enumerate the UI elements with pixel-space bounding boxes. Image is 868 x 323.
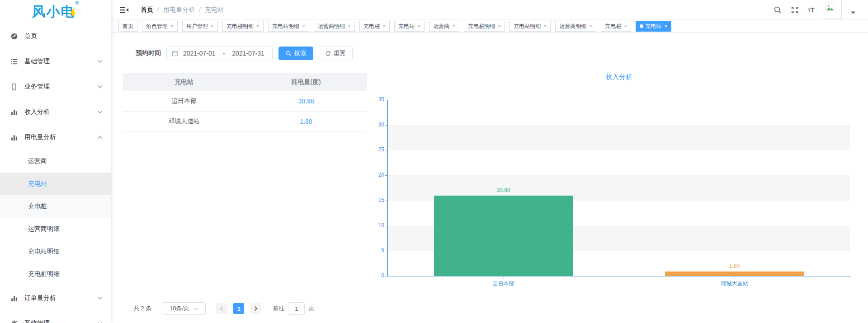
bar-zhuiri-headquarters <box>434 196 573 276</box>
tab-5[interactable]: 运营商明细× <box>314 21 355 32</box>
sidebar-item-power-usage-analysis[interactable]: 用电量分析 <box>0 125 111 150</box>
sidebar-item-operator[interactable]: 运营商 <box>0 150 111 173</box>
tab-10[interactable]: 充电站明细× <box>509 21 551 32</box>
sidebar-item-label: 收入分析 <box>24 108 50 116</box>
chevron-down-icon <box>194 307 198 310</box>
y-axis-tick <box>385 276 387 276</box>
tab-11[interactable]: 运营商明细× <box>555 21 596 32</box>
tab-13-active[interactable]: 充电站× <box>636 21 671 32</box>
prev-page-button[interactable] <box>216 303 227 314</box>
app-window: 风小电® 首页基础管理业务管理收入分析用电量分析运营商充电站充电桩运营商明细充电… <box>0 0 868 323</box>
sidebar-item-system-mgmt[interactable]: 系统管理 <box>0 311 111 323</box>
tab-label: 用户管理 <box>186 23 208 30</box>
breadcrumb: 首页 / 用电量分析 / 充电站 <box>141 6 224 14</box>
station-cell: 邓城大道站 <box>123 117 245 126</box>
y-axis-tick <box>385 175 387 176</box>
page-unit-label: 页 <box>308 304 314 313</box>
sidebar-item-charging-pile-detail[interactable]: 充电桩明细 <box>0 263 111 286</box>
font-size-icon[interactable]: TT <box>808 6 815 14</box>
tab-3[interactable]: 充电桩明细× <box>222 21 264 32</box>
date-range-input[interactable]: 2021-07-01 - 2021-07-31 <box>166 47 273 60</box>
x-axis-category-label: 邓城大道站 <box>721 280 748 288</box>
tab-7[interactable]: 充电站× <box>394 21 425 32</box>
tab-9[interactable]: 充电桩明细× <box>464 21 505 32</box>
tab-label: 充电站 <box>398 23 415 30</box>
goto-label: 前往 <box>273 304 284 313</box>
chevron-right-icon <box>254 306 258 311</box>
y-axis-tick <box>385 226 387 226</box>
fullscreen-icon[interactable] <box>791 6 799 14</box>
tab-label: 充电站明细 <box>272 23 299 30</box>
sidebar-fold-icon[interactable] <box>120 6 129 14</box>
caret-down-icon[interactable] <box>851 11 855 14</box>
tab-12[interactable]: 充电桩× <box>601 21 631 32</box>
tab-6[interactable]: 充电桩× <box>359 21 390 32</box>
page-number-1[interactable]: 1 <box>233 303 244 314</box>
app-logo[interactable]: 风小电® <box>0 0 111 23</box>
bar-chart-icon <box>10 108 18 116</box>
sidebar-item-home[interactable]: 首页 <box>0 23 111 49</box>
consumption-value-link[interactable]: 1.80 <box>245 118 367 125</box>
avatar[interactable] <box>824 1 842 19</box>
sidebar-item-charging-station-detail[interactable]: 充电站明细 <box>0 240 111 263</box>
tab-close-icon[interactable]: × <box>211 23 214 29</box>
sidebar-item-order-volume-analysis[interactable]: 订单量分析 <box>0 286 111 311</box>
page-size-select[interactable]: 10条/页 <box>162 302 206 315</box>
tab-close-icon[interactable]: × <box>664 23 667 29</box>
y-axis-tick-label: 35 <box>371 96 384 103</box>
tab-close-icon[interactable]: × <box>543 23 547 29</box>
tab-4[interactable]: 充电站明细× <box>268 21 309 32</box>
breadcrumb-section: 用电量分析 <box>163 6 195 14</box>
x-axis-category-label: 追日本部 <box>493 280 514 288</box>
chevron-down-icon <box>97 296 103 300</box>
tab-label: 充电站明细 <box>514 23 541 30</box>
bar-chart-icon <box>10 294 18 302</box>
tab-close-icon[interactable]: × <box>452 23 455 29</box>
total-count-label: 共 2 条 <box>133 304 151 313</box>
tab-close-icon[interactable]: × <box>170 23 174 29</box>
filter-label: 预约时间 <box>136 49 161 57</box>
bar-value-label: 30.98 <box>496 187 510 193</box>
y-axis-tick <box>385 100 387 100</box>
sidebar-item-operator-detail[interactable]: 运营商明细 <box>0 218 111 240</box>
tab-close-icon[interactable]: × <box>302 23 305 29</box>
tab-label: 运营商 <box>433 23 449 30</box>
sidebar-item-business-mgmt[interactable]: 业务管理 <box>0 74 111 99</box>
sidebar-item-label: 首页 <box>24 32 37 40</box>
next-page-button[interactable] <box>250 303 261 314</box>
broken-image-icon <box>826 3 835 12</box>
tab-close-icon[interactable]: × <box>589 23 592 29</box>
tab-close-icon[interactable]: × <box>348 23 351 29</box>
tab-close-icon[interactable]: × <box>382 23 386 29</box>
search-icon[interactable] <box>774 6 782 14</box>
sidebar-item-charging-pile[interactable]: 充电桩 <box>0 195 111 218</box>
reset-button[interactable]: 重置 <box>318 47 353 60</box>
logo-text: 风小电 <box>32 4 75 19</box>
column-header-station: 充电站 <box>123 78 245 86</box>
goto-page-input[interactable] <box>288 302 305 315</box>
refresh-icon <box>325 51 331 56</box>
tab-close-icon[interactable]: × <box>256 23 259 29</box>
grid-band <box>388 125 850 150</box>
bar-value-label: 1.80 <box>729 263 740 269</box>
tab-close-icon[interactable]: × <box>417 23 420 29</box>
tab-0[interactable]: 首页 <box>118 21 137 32</box>
active-tab-dot-icon <box>640 24 643 28</box>
breadcrumb-home[interactable]: 首页 <box>141 6 153 14</box>
tab-2[interactable]: 用户管理× <box>182 21 218 32</box>
date-separator: - <box>223 50 225 57</box>
x-axis-tick <box>504 276 504 279</box>
sidebar-item-basic-mgmt[interactable]: 基础管理 <box>0 49 111 74</box>
consumption-table: 充电站 耗电量(度) 追日本部30.98邓城大道站1.80 <box>123 73 367 132</box>
tab-close-icon[interactable]: × <box>498 23 501 29</box>
sidebar-item-charging-station[interactable]: 充电站 <box>0 173 111 195</box>
y-axis-tick-label: 25 <box>371 146 384 153</box>
tab-8[interactable]: 运营商× <box>429 21 459 32</box>
sidebar-item-revenue-analysis[interactable]: 收入分析 <box>0 99 111 125</box>
search-button[interactable]: 搜索 <box>278 47 313 60</box>
tab-1[interactable]: 角色管理× <box>142 21 178 32</box>
consumption-value-link[interactable]: 30.98 <box>245 98 367 105</box>
y-axis-tick-label: 5 <box>371 247 384 253</box>
sidebar-menu: 首页基础管理业务管理收入分析用电量分析运营商充电站充电桩运营商明细充电站明细充电… <box>0 23 111 323</box>
tab-close-icon[interactable]: × <box>624 23 627 29</box>
